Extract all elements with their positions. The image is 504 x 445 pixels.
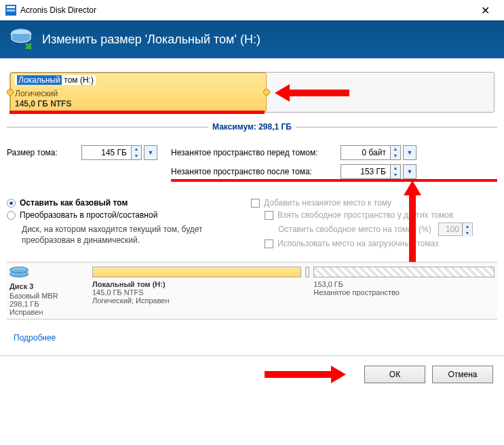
- resize-icon: [9, 27, 35, 52]
- free-before-input[interactable]: ▲▼: [341, 145, 401, 160]
- volume-track[interactable]: Локальный том (H:) Логический 145,0 ГБ N…: [9, 72, 495, 113]
- disk-line1: Базовый MBR: [9, 292, 85, 300]
- resize-handle-right[interactable]: [263, 89, 270, 96]
- disk-icon: [9, 267, 28, 280]
- spin-up-icon[interactable]: ▲: [391, 165, 400, 172]
- free-after-label: Незанятое пространство после тома:: [171, 167, 341, 176]
- ok-button[interactable]: ОК: [364, 366, 425, 383]
- annotation-arrow-1: [275, 85, 356, 100]
- diskmap-free-bar[interactable]: [313, 267, 495, 277]
- radio-icon: [7, 211, 16, 220]
- radio-keep-basic-label: Оставить как базовый том: [20, 198, 128, 208]
- check-add-unalloc: Добавить незанятое место к тому: [251, 198, 497, 208]
- volume-type: Логический: [15, 89, 58, 98]
- diskmap-gap-bar: [305, 267, 309, 277]
- checkbox-icon: [265, 211, 273, 220]
- free-before-field[interactable]: [341, 146, 390, 159]
- leave-free-spinner: ▲▼: [438, 222, 473, 236]
- radio-keep-basic[interactable]: Оставить как базовый том: [7, 198, 231, 208]
- checkbox-icon: [265, 239, 273, 248]
- diskmap-volume-bar[interactable]: [92, 267, 301, 277]
- free-before-label: Незанятое пространство перед томом:: [171, 148, 341, 157]
- radio-icon: [7, 199, 16, 208]
- size-label: Размер тома:: [7, 148, 81, 157]
- spin-down-icon[interactable]: ▼: [391, 153, 400, 159]
- spin-down-icon[interactable]: ▼: [391, 172, 400, 178]
- spin-down-icon[interactable]: ▼: [132, 153, 141, 159]
- disk-info: Диск 3 Базовый MBR 298,1 ГБ Исправен: [9, 267, 85, 316]
- spin-up-icon[interactable]: ▲: [132, 146, 141, 153]
- app-icon: [5, 5, 16, 16]
- size-unit-dropdown[interactable]: ▼: [144, 145, 157, 160]
- disk-line3: Исправен: [9, 308, 85, 316]
- annotation-arrow-2: [405, 180, 420, 262]
- volume-segment-selected[interactable]: Локальный том (H:) Логический 145,0 ГБ N…: [10, 73, 267, 112]
- radio-convert[interactable]: Преобразовать в простой/составной: [7, 210, 231, 220]
- disk-name: Диск 3: [9, 282, 85, 290]
- dialog-header: Изменить размер 'Локальный том' (H:): [0, 20, 504, 58]
- volume-name: Локальный том (H:): [15, 75, 96, 85]
- resize-handle-left[interactable]: [7, 89, 14, 96]
- maximum-separator: Максимум: 298,1 ГБ: [7, 122, 497, 132]
- free-after-unit-dropdown[interactable]: ▼: [403, 164, 416, 179]
- diskmap-free-l2: Незанятое пространство: [313, 288, 495, 296]
- svg-rect-2: [7, 9, 15, 12]
- leave-free-row: Оставить свободное место на томах (%) ▲▼: [278, 222, 497, 236]
- volume-resize-area: Локальный том (H:) Логический 145,0 ГБ N…: [7, 69, 497, 115]
- title-bar: Acronis Disk Director ✕: [0, 0, 504, 20]
- diskmap-vol-name: Локальный том (H:): [92, 280, 301, 288]
- check-use-boot: Использовать место на загрузочных томах: [265, 239, 497, 248]
- window-title: Acronis Disk Director: [20, 5, 96, 15]
- size-field[interactable]: [82, 146, 131, 159]
- check-take-free-label: Взять свободное пространство у других то…: [277, 210, 453, 220]
- diskmap-vol-l1: 145,0 ГБ NTFS: [92, 288, 301, 296]
- diskmap-free-l1: 153,0 ГБ: [313, 280, 495, 288]
- spin-down-icon: ▼: [463, 230, 472, 237]
- free-after-field[interactable]: [341, 165, 390, 178]
- check-add-unalloc-label: Добавить незанятое место к тому: [264, 198, 391, 208]
- spin-up-icon: ▲: [463, 223, 472, 230]
- checkbox-icon: [251, 199, 260, 208]
- annotation-arrow-3: [258, 367, 346, 382]
- free-after-input[interactable]: ▲▼: [341, 164, 401, 179]
- dialog-buttons: ОК Отмена: [0, 356, 504, 393]
- annotation-underline-2: [171, 179, 497, 182]
- more-link[interactable]: Подробнее: [14, 333, 56, 343]
- svg-rect-1: [7, 6, 15, 8]
- disk-line2: 298,1 ГБ: [9, 300, 85, 308]
- disk-map: Диск 3 Базовый MBR 298,1 ГБ Исправен Лок…: [7, 262, 497, 320]
- annotation-underline-1: [9, 111, 265, 114]
- check-take-free: Взять свободное пространство у других то…: [265, 210, 497, 220]
- free-before-unit-dropdown[interactable]: ▼: [403, 145, 416, 160]
- maximum-label: Максимум: 298,1 ГБ: [208, 122, 296, 132]
- close-button[interactable]: ✕: [471, 4, 499, 17]
- convert-note: Диск, на котором находится текущий том, …: [22, 224, 231, 246]
- spin-up-icon[interactable]: ▲: [391, 146, 400, 153]
- radio-convert-label: Преобразовать в простой/составной: [20, 210, 157, 220]
- size-input[interactable]: ▲▼: [81, 145, 142, 160]
- leave-free-field: [439, 223, 462, 235]
- diskmap-vol-l2: Логический; Исправен: [92, 296, 301, 305]
- dialog-title: Изменить размер 'Локальный том' (H:): [42, 33, 260, 47]
- cancel-button[interactable]: Отмена: [432, 366, 493, 383]
- volume-fs: 145,0 ГБ NTFS: [15, 99, 71, 109]
